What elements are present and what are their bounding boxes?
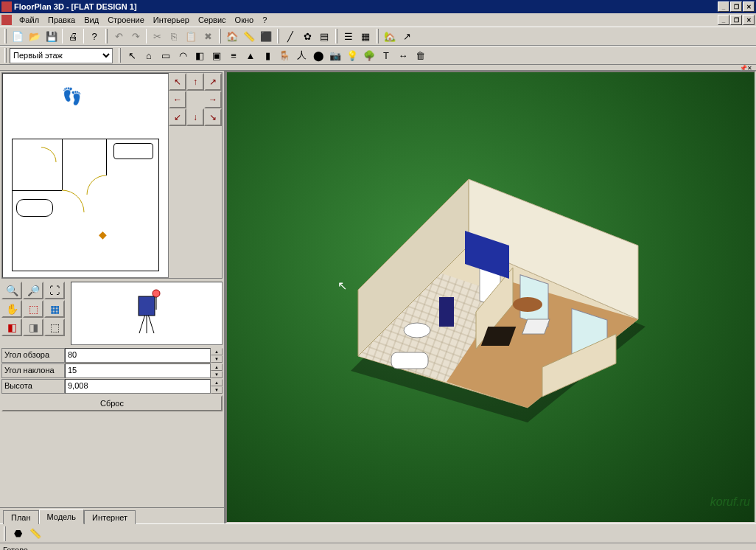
save-button[interactable]: 💾 <box>43 28 60 44</box>
toolbar-grip[interactable] <box>335 29 337 43</box>
camera-tool[interactable]: 人 <box>293 47 309 63</box>
nav-e-button[interactable]: → <box>204 91 222 108</box>
home-tool[interactable]: ⌂ <box>141 47 157 63</box>
mdi-close-button[interactable]: ✕ <box>743 15 755 25</box>
region-select-button[interactable]: ⬚ <box>23 300 43 318</box>
redo-button[interactable]: ↷ <box>127 28 144 44</box>
camera2-tool[interactable]: 📷 <box>327 47 343 63</box>
roof-tool[interactable]: ▲ <box>242 47 259 63</box>
tilt-input[interactable]: 15 <box>65 363 211 378</box>
trash-tool[interactable]: 🗑 <box>412 47 428 63</box>
text-tool[interactable]: T <box>378 47 394 63</box>
toolbar-grip[interactable] <box>4 29 7 43</box>
toolbar-grip[interactable] <box>4 48 7 63</box>
maximize-button[interactable]: ❐ <box>730 1 742 12</box>
menu-edit[interactable]: Правка <box>43 14 80 26</box>
tool-page-button[interactable]: ▤ <box>316 28 332 44</box>
open-button[interactable]: 📂 <box>27 28 43 44</box>
lamp-tool[interactable]: 💡 <box>344 47 360 63</box>
print-button[interactable]: 🖨 <box>65 28 81 44</box>
tab-model[interactable]: Модель <box>39 509 84 524</box>
paste-button[interactable]: 📋 <box>183 28 199 44</box>
arc-tool[interactable]: ◠ <box>175 47 191 63</box>
toolbar-grip[interactable] <box>119 48 121 63</box>
undo-button[interactable]: ↶ <box>111 28 127 44</box>
menu-view[interactable]: Вид <box>80 14 103 26</box>
toolbar-grip[interactable] <box>4 526 6 541</box>
stairs-tool[interactable]: ≡ <box>225 47 242 63</box>
nav-s-button[interactable]: ↓ <box>186 108 204 126</box>
minimize-button[interactable]: _ <box>718 1 729 12</box>
toolbar-grip[interactable] <box>105 29 108 43</box>
nav-w-button[interactable]: ← <box>169 91 186 108</box>
mdi-minimize-button[interactable]: _ <box>718 15 729 25</box>
height-spin-down[interactable]: ▼ <box>211 386 223 394</box>
fov-spin-down[interactable]: ▼ <box>211 355 223 363</box>
floor-select-dropdown[interactable]: Первый этаж <box>10 48 113 63</box>
panel-pin-icon[interactable]: 📌 <box>740 65 746 71</box>
tool-grid-button[interactable]: ▦ <box>357 28 374 44</box>
toolbar-grip[interactable] <box>377 29 379 43</box>
furniture-tool[interactable]: 🪑 <box>276 47 293 63</box>
fov-spin-up[interactable]: ▲ <box>211 348 223 355</box>
panel-close-icon[interactable]: ✕ <box>747 65 753 71</box>
menu-help[interactable]: ? <box>258 14 271 26</box>
mdi-maximize-button[interactable]: ❐ <box>730 15 742 25</box>
reset-camera-button[interactable]: Сброс <box>1 395 223 411</box>
zoom-in-button[interactable]: 🔍 <box>1 282 22 299</box>
height-input[interactable]: 9,008 <box>65 379 211 394</box>
door-tool[interactable]: ◧ <box>192 47 208 63</box>
pointer-tool[interactable]: ↖ <box>124 47 140 63</box>
menu-file[interactable]: Файл <box>15 14 43 26</box>
camera-marker-icon[interactable]: ◆ <box>99 229 107 240</box>
menu-window[interactable]: Окно <box>231 14 259 26</box>
menu-service[interactable]: Сервис <box>194 14 231 26</box>
tool-list-button[interactable]: ☰ <box>340 28 357 44</box>
select-all-button[interactable]: ▦ <box>44 300 65 318</box>
tab-internet[interactable]: Интернет <box>84 510 136 524</box>
ruler-button[interactable]: 📏 <box>241 28 257 44</box>
column-tool[interactable]: ▮ <box>259 47 276 63</box>
viewport-3d[interactable]: ↖ koruf.ru <box>225 71 756 523</box>
toolbar-grip[interactable] <box>219 29 221 43</box>
tool-line-button[interactable]: ╱ <box>282 28 298 44</box>
render3d-button[interactable]: 🏠 <box>224 28 240 44</box>
nav-n-button[interactable]: ↑ <box>186 73 204 91</box>
pan-button[interactable]: ✋ <box>1 300 22 318</box>
height-spin-up[interactable]: ▲ <box>211 379 223 386</box>
tool-spray-button[interactable]: ✿ <box>299 28 315 44</box>
nav-nw-button[interactable]: ↖ <box>169 73 186 91</box>
wall-tool[interactable]: ▭ <box>158 47 174 63</box>
wireframe-view-button[interactable]: ⬚ <box>44 318 65 336</box>
floor-selector[interactable]: Первый этаж <box>10 48 113 63</box>
nav-se-button[interactable]: ↘ <box>204 108 222 126</box>
dimension-tool[interactable]: ↔ <box>395 47 411 63</box>
menu-building[interactable]: Строение <box>103 14 149 26</box>
light-tool[interactable]: ⬤ <box>310 47 326 63</box>
new-button[interactable]: 📄 <box>10 28 26 44</box>
menu-interior[interactable]: Интерьер <box>149 14 194 26</box>
fov-input[interactable]: 80 <box>65 348 211 363</box>
cut-button[interactable]: ✂ <box>149 28 165 44</box>
copy-button[interactable]: ⎘ <box>166 28 182 44</box>
solid-view-button[interactable]: ◧ <box>1 318 22 336</box>
zoom-out-button[interactable]: 🔎 <box>23 282 43 299</box>
tab-plan[interactable]: План <box>3 510 39 524</box>
tool-link-button[interactable]: ↗ <box>399 28 415 44</box>
toolbar-grip[interactable] <box>277 29 279 43</box>
render-option-button[interactable]: ⬛ <box>258 28 274 44</box>
tilt-spin-down[interactable]: ▼ <box>211 371 223 378</box>
close-button[interactable]: ✕ <box>743 1 755 12</box>
zoom-extents-button[interactable]: ⛶ <box>44 282 65 299</box>
nav-sw-button[interactable]: ↙ <box>169 108 186 126</box>
tool-home-button[interactable]: 🏡 <box>382 28 398 44</box>
nav-ne-button[interactable]: ↗ <box>204 73 222 91</box>
bottom-ruler-button[interactable]: 📏 <box>27 526 43 542</box>
tree-tool[interactable]: 🌳 <box>361 47 377 63</box>
delete-button[interactable]: ✖ <box>200 28 216 44</box>
shaded-view-button[interactable]: ◨ <box>23 318 43 336</box>
bottom-render-button[interactable]: ⬣ <box>10 526 26 542</box>
tilt-spin-up[interactable]: ▲ <box>211 363 223 371</box>
window-tool[interactable]: ▣ <box>209 47 225 63</box>
overview-2d-canvas[interactable]: 👣 ◆ <box>2 73 169 278</box>
